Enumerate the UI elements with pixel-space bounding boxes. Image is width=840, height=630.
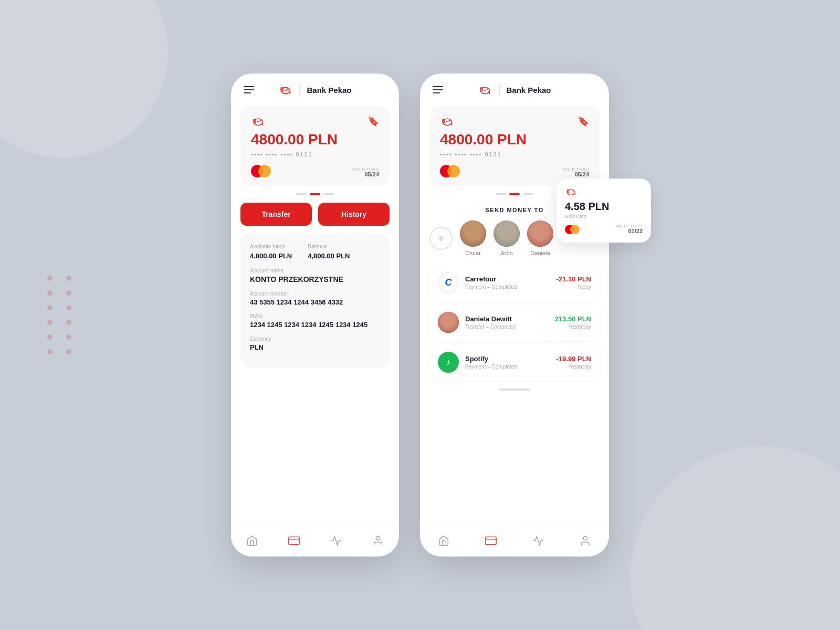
dot-1 bbox=[296, 193, 307, 195]
card-section-left: 🔖 4800.00 PLN •••• •••• •••• 0131 VALID … bbox=[231, 102, 399, 186]
dot-r3 bbox=[523, 193, 533, 195]
home-icon-left bbox=[246, 534, 258, 547]
card-section-right: 🔖 4800.00 PLN •••• •••• •••• 0131 VALID … bbox=[420, 102, 609, 186]
bookmark-icon-left: 🔖 bbox=[368, 116, 379, 127]
nav-profile-right[interactable] bbox=[579, 534, 592, 547]
nav-card-left[interactable] bbox=[288, 534, 300, 547]
available-funds-label: Available funds bbox=[250, 244, 292, 249]
svg-point-21 bbox=[443, 119, 445, 123]
daniela-tx-avatar bbox=[438, 312, 459, 333]
card-icon-left bbox=[288, 534, 300, 547]
iban-label: IBAN bbox=[250, 313, 380, 319]
nav-chart-right[interactable] bbox=[532, 534, 544, 547]
top-nav-right: Bank Pekao bbox=[420, 74, 609, 102]
tx-amount-carrefour: -21.10 PLN bbox=[556, 275, 591, 283]
transaction-spotify[interactable]: ♪ Spotify Payment – Completed -19.99 PLN… bbox=[429, 344, 600, 380]
brand-right: Bank Pekao bbox=[478, 84, 551, 96]
account-number-label: Account number bbox=[250, 291, 380, 297]
balance-value: 4,800.00 PLN bbox=[308, 252, 350, 260]
svg-point-23 bbox=[447, 121, 448, 122]
tx-amount-col-carrefour: -21.10 PLN Today bbox=[556, 275, 591, 290]
carrefour-logo: C bbox=[438, 272, 459, 293]
svg-point-9 bbox=[257, 121, 258, 122]
card-icon-right bbox=[485, 534, 497, 547]
tx-status-daniela: Transfer – Completed bbox=[465, 324, 549, 330]
card-amount-left: 4800.00 PLN bbox=[251, 131, 379, 148]
account-number-value: 43 5355 1234 1244 3456 4332 bbox=[250, 298, 380, 306]
card-valid-left: VALID THRU 05/24 bbox=[352, 167, 379, 177]
small-card-valid: VALID THRU 01/22 bbox=[616, 224, 643, 234]
tx-date-daniela: Yesterday bbox=[555, 324, 591, 330]
add-contact-button[interactable]: + bbox=[429, 227, 453, 250]
brand-logo-right bbox=[478, 84, 492, 96]
mastercard-logo-right bbox=[440, 165, 460, 177]
dot-2 bbox=[310, 193, 320, 195]
svg-point-8 bbox=[254, 119, 256, 123]
dot-3 bbox=[323, 193, 334, 195]
card-dots-left bbox=[231, 186, 399, 201]
nav-profile-left[interactable] bbox=[372, 534, 384, 547]
hamburger-menu-right[interactable] bbox=[433, 86, 443, 93]
brand-divider-left bbox=[299, 85, 300, 95]
tx-name-spotify: Spotify bbox=[465, 355, 550, 363]
transactions-list: C Carrefour Payment – Completed -21.10 P… bbox=[420, 260, 609, 384]
tx-date-spotify: Yesterday bbox=[556, 364, 591, 370]
card-pig-icon-left bbox=[251, 116, 266, 127]
svg-point-10 bbox=[258, 121, 259, 122]
currency-value: PLN bbox=[250, 343, 380, 351]
transaction-carrefour[interactable]: C Carrefour Payment – Completed -21.10 P… bbox=[429, 265, 600, 300]
nav-home-right[interactable] bbox=[437, 534, 450, 547]
history-button[interactable]: History bbox=[318, 203, 390, 226]
tx-amount-daniela: 213.50 PLN bbox=[555, 315, 591, 323]
card-valid-right: VALID THRU 05/24 bbox=[562, 167, 589, 177]
bottom-nav-right bbox=[420, 527, 609, 556]
brand-name-right: Bank Pekao bbox=[506, 86, 551, 94]
bg-decoration-dots bbox=[47, 276, 76, 354]
spotify-logo: ♪ bbox=[438, 352, 459, 373]
small-card-amount: 4.58 PLN bbox=[565, 201, 643, 213]
svg-rect-24 bbox=[486, 537, 496, 545]
nav-chart-left[interactable] bbox=[330, 534, 342, 547]
contact-daniela[interactable]: Daniela bbox=[527, 220, 553, 256]
contact-oscar[interactable]: Oscar bbox=[460, 220, 486, 256]
left-phone: Bank Pekao 🔖 4800.00 PLN bbox=[231, 74, 399, 556]
tx-status-carrefour: Payment – Completed bbox=[465, 284, 550, 290]
tx-info-carrefour: Carrefour Payment – Completed bbox=[465, 275, 550, 290]
bank-card-left: 🔖 4800.00 PLN •••• •••• •••• 0131 VALID … bbox=[240, 106, 390, 186]
transaction-daniela[interactable]: Daniela Dewitt Transfer – Completed 213.… bbox=[429, 304, 600, 340]
tx-amount-spotify: -19.99 PLN bbox=[556, 355, 591, 363]
bookmark-icon-right: 🔖 bbox=[578, 116, 589, 127]
small-card-pig-icon bbox=[565, 187, 578, 196]
hamburger-menu-left[interactable] bbox=[244, 86, 254, 93]
bg-decoration-circle-2 bbox=[630, 446, 840, 630]
small-card-name: Gold Card bbox=[565, 214, 643, 219]
brand-name-left: Bank Pekao bbox=[307, 86, 351, 94]
bg-decoration-circle-1 bbox=[0, 0, 168, 158]
small-card-mastercard bbox=[565, 225, 580, 234]
card-number-right: •••• •••• •••• 0131 bbox=[440, 151, 589, 158]
profile-icon-right bbox=[579, 534, 592, 547]
top-nav-left: Bank Pekao bbox=[231, 74, 399, 102]
contact-name-daniela: Daniela bbox=[530, 250, 550, 256]
svg-point-22 bbox=[446, 121, 447, 122]
brand-logo-left bbox=[278, 84, 293, 96]
svg-point-2 bbox=[287, 88, 289, 90]
transfer-button[interactable]: Transfer bbox=[240, 203, 312, 226]
currency-label: Currency bbox=[250, 336, 380, 342]
card-number-left: •••• •••• •••• 0131 bbox=[251, 151, 379, 158]
svg-point-4 bbox=[285, 90, 286, 91]
svg-point-28 bbox=[572, 191, 573, 192]
tx-date-carrefour: Today bbox=[556, 284, 591, 290]
svg-point-26 bbox=[583, 537, 587, 540]
dot-r1 bbox=[496, 193, 506, 195]
brand-left: Bank Pekao bbox=[278, 84, 351, 96]
nav-home-left[interactable] bbox=[246, 534, 258, 547]
contact-john[interactable]: John bbox=[494, 220, 520, 256]
account-name-value: KONTO PRZEKORZYSTNE bbox=[250, 275, 380, 284]
chart-icon-left bbox=[330, 534, 342, 547]
nav-card-right[interactable] bbox=[485, 534, 497, 547]
tx-name-daniela: Daniela Dewitt bbox=[465, 315, 549, 323]
account-name-label: Account name bbox=[250, 268, 380, 274]
tx-amount-col-daniela: 213.50 PLN Yesterday bbox=[555, 315, 591, 330]
tx-amount-col-spotify: -19.99 PLN Yesterday bbox=[556, 355, 591, 370]
